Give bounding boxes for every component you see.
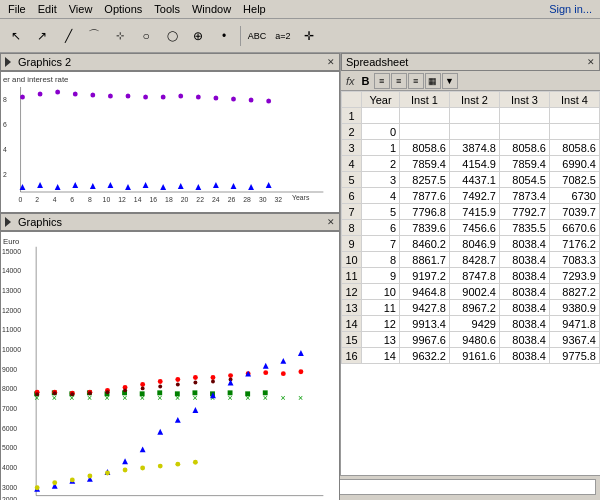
menu-help[interactable]: Help xyxy=(239,2,270,16)
arrow-tool-btn[interactable]: ↗ xyxy=(30,24,54,48)
cell-2-A[interactable]: 0 xyxy=(362,124,400,140)
cell-11-D[interactable]: 8038.4 xyxy=(500,268,550,284)
cell-10-C[interactable]: 8428.7 xyxy=(450,252,500,268)
cell-15-C[interactable]: 9480.6 xyxy=(450,332,500,348)
graphics2-titlebar[interactable]: Graphics 2 ✕ xyxy=(0,53,340,71)
cell-12-C[interactable]: 9002.4 xyxy=(450,284,500,300)
cell-14-E[interactable]: 9471.8 xyxy=(550,316,600,332)
cell-6-A[interactable]: 4 xyxy=(362,188,400,204)
cell-8-E[interactable]: 6670.6 xyxy=(550,220,600,236)
cell-16-D[interactable]: 8038.4 xyxy=(500,348,550,364)
cell-15-E[interactable]: 9367.4 xyxy=(550,332,600,348)
cell-8-C[interactable]: 7456.6 xyxy=(450,220,500,236)
cell-10-B[interactable]: 8861.7 xyxy=(400,252,450,268)
cell-8-B[interactable]: 7839.6 xyxy=(400,220,450,236)
cell-10-D[interactable]: 8038.4 xyxy=(500,252,550,268)
cell-12-A[interactable]: 10 xyxy=(362,284,400,300)
ellipse-tool-btn[interactable]: ◯ xyxy=(160,24,184,48)
cell-9-C[interactable]: 8046.9 xyxy=(450,236,500,252)
cell-14-D[interactable]: 8038.4 xyxy=(500,316,550,332)
menu-tools[interactable]: Tools xyxy=(150,2,184,16)
formula-dropdown-btn[interactable]: ▼ xyxy=(442,73,458,89)
cell-6-C[interactable]: 7492.7 xyxy=(450,188,500,204)
cell-14-B[interactable]: 9913.4 xyxy=(400,316,450,332)
cell-12-E[interactable]: 8827.2 xyxy=(550,284,600,300)
cell-5-A[interactable]: 3 xyxy=(362,172,400,188)
col-header-C[interactable]: Inst 2 xyxy=(450,92,500,108)
cell-16-A[interactable]: 14 xyxy=(362,348,400,364)
cell-1-C[interactable] xyxy=(450,108,500,124)
graphics2-close-icon[interactable]: ✕ xyxy=(327,57,335,67)
cell-5-E[interactable]: 7082.5 xyxy=(550,172,600,188)
cell-7-D[interactable]: 7792.7 xyxy=(500,204,550,220)
cell-3-A[interactable]: 1 xyxy=(362,140,400,156)
cell-4-C[interactable]: 4154.9 xyxy=(450,156,500,172)
curve-tool-btn[interactable]: ⌒ xyxy=(82,24,106,48)
cell-9-A[interactable]: 7 xyxy=(362,236,400,252)
dot-tool-btn[interactable]: • xyxy=(212,24,236,48)
cell-13-D[interactable]: 8038.4 xyxy=(500,300,550,316)
cell-2-B[interactable] xyxy=(400,124,450,140)
formula-align-right-btn[interactable]: ≡ xyxy=(408,73,424,89)
cell-15-B[interactable]: 9967.6 xyxy=(400,332,450,348)
cell-13-E[interactable]: 9380.9 xyxy=(550,300,600,316)
formula-align-left-btn[interactable]: ≡ xyxy=(374,73,390,89)
col-header-E[interactable]: Inst 4 xyxy=(550,92,600,108)
formula-align-center-btn[interactable]: ≡ xyxy=(391,73,407,89)
menu-window[interactable]: Window xyxy=(188,2,235,16)
cell-3-C[interactable]: 3874.8 xyxy=(450,140,500,156)
cell-3-D[interactable]: 8058.6 xyxy=(500,140,550,156)
cell-7-A[interactable]: 5 xyxy=(362,204,400,220)
spreadsheet-grid[interactable]: Year Inst 1 Inst 2 Inst 3 Inst 4 1203180… xyxy=(341,91,600,475)
cell-9-B[interactable]: 8460.2 xyxy=(400,236,450,252)
cell-11-B[interactable]: 9197.2 xyxy=(400,268,450,284)
cell-3-E[interactable]: 8058.6 xyxy=(550,140,600,156)
cell-5-D[interactable]: 8054.5 xyxy=(500,172,550,188)
menu-file[interactable]: File xyxy=(4,2,30,16)
cell-14-A[interactable]: 12 xyxy=(362,316,400,332)
cell-2-D[interactable] xyxy=(500,124,550,140)
col-header-B[interactable]: Inst 1 xyxy=(400,92,450,108)
cell-4-D[interactable]: 7859.4 xyxy=(500,156,550,172)
graphics-titlebar[interactable]: Graphics ✕ xyxy=(0,213,340,231)
circle-tool-btn[interactable]: ○ xyxy=(134,24,158,48)
cell-9-D[interactable]: 8038.4 xyxy=(500,236,550,252)
pointer-tool-btn[interactable]: ↖ xyxy=(4,24,28,48)
move-tool-btn[interactable]: ✛ xyxy=(297,24,321,48)
cell-2-C[interactable] xyxy=(450,124,500,140)
cell-16-B[interactable]: 9632.2 xyxy=(400,348,450,364)
cell-11-E[interactable]: 7293.9 xyxy=(550,268,600,284)
cell-14-C[interactable]: 9429 xyxy=(450,316,500,332)
menu-options[interactable]: Options xyxy=(100,2,146,16)
cell-13-B[interactable]: 9427.8 xyxy=(400,300,450,316)
cell-10-E[interactable]: 7083.3 xyxy=(550,252,600,268)
cell-3-B[interactable]: 8058.6 xyxy=(400,140,450,156)
formula-tool-btn[interactable]: a=2 xyxy=(271,24,295,48)
cell-15-D[interactable]: 8038.4 xyxy=(500,332,550,348)
cell-1-B[interactable] xyxy=(400,108,450,124)
cell-8-D[interactable]: 7835.5 xyxy=(500,220,550,236)
cell-16-E[interactable]: 9775.8 xyxy=(550,348,600,364)
cell-11-A[interactable]: 9 xyxy=(362,268,400,284)
cell-6-B[interactable]: 7877.6 xyxy=(400,188,450,204)
line-tool-btn[interactable]: ╱ xyxy=(56,24,80,48)
text-tool-btn[interactable]: ABC xyxy=(245,24,269,48)
cell-13-A[interactable]: 11 xyxy=(362,300,400,316)
formula-format-btn[interactable]: ▦ xyxy=(425,73,441,89)
cell-10-A[interactable]: 8 xyxy=(362,252,400,268)
cell-1-D[interactable] xyxy=(500,108,550,124)
cell-5-B[interactable]: 8257.5 xyxy=(400,172,450,188)
graphics-close-icon[interactable]: ✕ xyxy=(327,217,335,227)
spreadsheet-close-icon[interactable]: ✕ xyxy=(587,57,595,67)
cell-6-E[interactable]: 6730 xyxy=(550,188,600,204)
cell-6-D[interactable]: 7873.4 xyxy=(500,188,550,204)
sign-in-link[interactable]: Sign in... xyxy=(545,2,596,16)
col-header-A[interactable]: Year xyxy=(362,92,400,108)
cell-9-E[interactable]: 7176.2 xyxy=(550,236,600,252)
cell-1-A[interactable] xyxy=(362,108,400,124)
cell-7-B[interactable]: 7796.8 xyxy=(400,204,450,220)
cell-16-C[interactable]: 9161.6 xyxy=(450,348,500,364)
cell-13-C[interactable]: 8967.2 xyxy=(450,300,500,316)
cell-11-C[interactable]: 8747.8 xyxy=(450,268,500,284)
menu-edit[interactable]: Edit xyxy=(34,2,61,16)
